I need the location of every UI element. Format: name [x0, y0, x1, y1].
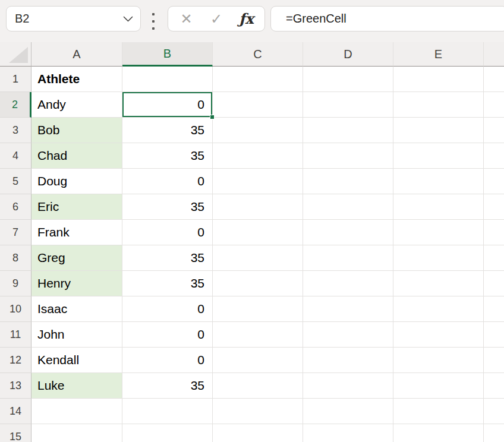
cell-B14[interactable]: [122, 399, 213, 424]
cell-E15[interactable]: [393, 424, 484, 442]
formula-input[interactable]: =GreenCell: [270, 6, 504, 31]
cell-D5[interactable]: [303, 169, 393, 194]
cell-A7[interactable]: Frank: [32, 220, 122, 245]
cell-A9[interactable]: Henry: [32, 271, 122, 296]
cell-E1[interactable]: [393, 67, 484, 92]
cell-F11[interactable]: [484, 322, 504, 348]
cell-D10[interactable]: [303, 296, 393, 322]
cell-F12[interactable]: [484, 348, 504, 373]
cell-F7[interactable]: [484, 220, 504, 245]
cell-B13[interactable]: 35: [122, 373, 213, 399]
cell-C9[interactable]: [213, 271, 303, 296]
cell-E13[interactable]: [393, 373, 484, 399]
cell-E10[interactable]: [393, 296, 484, 322]
cell-C13[interactable]: [213, 373, 303, 399]
fill-handle[interactable]: [210, 115, 215, 119]
cell-F8[interactable]: [484, 245, 504, 271]
cell-B11[interactable]: 0: [122, 322, 213, 348]
cell-A11[interactable]: John: [32, 322, 122, 348]
cell-A2[interactable]: Andy: [32, 92, 122, 118]
cell-D9[interactable]: [303, 271, 393, 296]
cell-C11[interactable]: [213, 322, 303, 348]
cell-D2[interactable]: [303, 92, 393, 118]
cell-C15[interactable]: [213, 424, 303, 442]
cell-B1[interactable]: [122, 67, 213, 92]
row-header-14[interactable]: 14: [0, 399, 32, 424]
cell-F15[interactable]: [484, 424, 504, 442]
cell-F3[interactable]: [484, 118, 504, 143]
cell-A14[interactable]: [32, 399, 122, 424]
column-header-E[interactable]: E: [393, 42, 484, 67]
cell-E8[interactable]: [393, 245, 484, 271]
cell-F4[interactable]: [484, 143, 504, 169]
cell-E7[interactable]: [393, 220, 484, 245]
name-box[interactable]: B2: [6, 6, 141, 31]
column-header-C[interactable]: C: [213, 42, 303, 67]
cell-C10[interactable]: [213, 296, 303, 322]
cell-C2[interactable]: [213, 92, 303, 118]
row-header-2[interactable]: 2: [0, 92, 32, 118]
row-header-4[interactable]: 4: [0, 143, 32, 169]
cell-A10[interactable]: Isaac: [32, 296, 122, 322]
cell-B9[interactable]: 35: [122, 271, 213, 296]
cell-E3[interactable]: [393, 118, 484, 143]
cell-A4[interactable]: Chad: [32, 143, 122, 169]
row-header-3[interactable]: 3: [0, 118, 32, 143]
row-header-1[interactable]: 1: [0, 67, 32, 92]
cell-A8[interactable]: Greg: [32, 245, 122, 271]
cell-C14[interactable]: [213, 399, 303, 424]
row-header-12[interactable]: 12: [0, 348, 32, 373]
enter-button[interactable]: ✓: [204, 7, 228, 31]
cell-C3[interactable]: [213, 118, 303, 143]
row-header-8[interactable]: 8: [0, 245, 32, 271]
cell-F2[interactable]: [484, 92, 504, 118]
cell-E4[interactable]: [393, 143, 484, 169]
column-header-B[interactable]: B: [122, 42, 213, 67]
insert-function-button[interactable]: ƒx: [235, 7, 259, 31]
cell-D1[interactable]: [303, 67, 393, 92]
cell-C4[interactable]: [213, 143, 303, 169]
chevron-down-icon[interactable]: [123, 16, 133, 22]
column-header-D[interactable]: D: [303, 42, 393, 67]
cell-E11[interactable]: [393, 322, 484, 348]
cell-B12[interactable]: 0: [122, 348, 213, 373]
row-header-7[interactable]: 7: [0, 220, 32, 245]
cell-A6[interactable]: Eric: [32, 194, 122, 220]
cell-F13[interactable]: [484, 373, 504, 399]
cell-A12[interactable]: Kendall: [32, 348, 122, 373]
cell-F10[interactable]: [484, 296, 504, 322]
cell-C6[interactable]: [213, 194, 303, 220]
cell-B6[interactable]: 35: [122, 194, 213, 220]
cell-A15[interactable]: [32, 424, 122, 442]
cancel-button[interactable]: ✕: [175, 7, 199, 31]
cell-D6[interactable]: [303, 194, 393, 220]
row-header-15[interactable]: 15: [0, 424, 32, 442]
cell-B4[interactable]: 35: [122, 143, 213, 169]
row-header-6[interactable]: 6: [0, 194, 32, 220]
cell-F6[interactable]: [484, 194, 504, 220]
cell-A3[interactable]: Bob: [32, 118, 122, 143]
cell-B2[interactable]: 0: [122, 92, 213, 118]
cell-E9[interactable]: [393, 271, 484, 296]
cell-E6[interactable]: [393, 194, 484, 220]
cell-B8[interactable]: 35: [122, 245, 213, 271]
cell-C7[interactable]: [213, 220, 303, 245]
cell-D11[interactable]: [303, 322, 393, 348]
cell-E14[interactable]: [393, 399, 484, 424]
cell-B10[interactable]: 0: [122, 296, 213, 322]
row-header-5[interactable]: 5: [0, 169, 32, 194]
cell-E5[interactable]: [393, 169, 484, 194]
cell-D3[interactable]: [303, 118, 393, 143]
row-header-11[interactable]: 11: [0, 322, 32, 348]
cell-B15[interactable]: [122, 424, 213, 442]
more-options-handle[interactable]: [151, 13, 156, 30]
cell-D15[interactable]: [303, 424, 393, 442]
cell-F5[interactable]: [484, 169, 504, 194]
cell-C8[interactable]: [213, 245, 303, 271]
column-header-partial[interactable]: [484, 42, 504, 67]
cell-E2[interactable]: [393, 92, 484, 118]
cell-E12[interactable]: [393, 348, 484, 373]
cell-A1[interactable]: Athlete: [32, 67, 122, 92]
cell-A5[interactable]: Doug: [32, 169, 122, 194]
cell-D4[interactable]: [303, 143, 393, 169]
